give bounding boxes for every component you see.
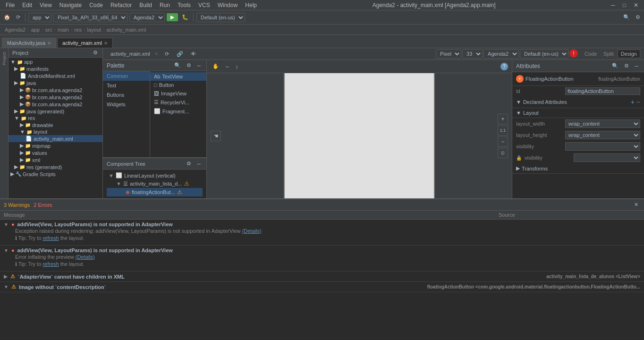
help-icon[interactable]: ?	[500, 63, 508, 70]
palette-category-text[interactable]: Text	[103, 81, 150, 90]
breadcrumb-item-2[interactable]: app	[31, 27, 40, 33]
palette-search-btn[interactable]: 🔍	[172, 61, 183, 69]
menu-help[interactable]: Help	[241, 1, 261, 9]
palette-settings-btn[interactable]: ⚙	[185, 61, 193, 69]
error-1-collapse[interactable]: ▼	[4, 222, 8, 227]
maximize-btn[interactable]: □	[619, 1, 630, 9]
zoom-out-btn[interactable]: −	[498, 136, 508, 147]
theme-dropdown[interactable]: Default (en-us)	[196, 13, 245, 22]
tree-item-layout[interactable]: ▼ 📁 layout	[8, 128, 102, 135]
palette-category-common[interactable]: Common	[103, 71, 150, 81]
run-button[interactable]: ▶	[167, 13, 178, 21]
id-attr-input[interactable]	[565, 87, 640, 95]
menu-navigate[interactable]: Navigate	[56, 1, 85, 9]
menu-view[interactable]: View	[36, 1, 56, 9]
error-1-main[interactable]: ▼ ● addView(View, LayoutParams) is not s…	[4, 221, 640, 227]
breadcrumb-item-1[interactable]: Agenda2	[5, 27, 25, 33]
menu-tools[interactable]: Tools	[174, 1, 195, 9]
breadcrumb-item-5[interactable]: res	[75, 27, 82, 33]
warning-1-main[interactable]: ▶ ⚠ `AdapterView` cannot have children i…	[4, 273, 640, 280]
tree-item-res[interactable]: ▼ 📁 res	[8, 115, 102, 121]
layout-section[interactable]: ▼ Layout	[512, 108, 644, 118]
tree-item-res-gen[interactable]: ▶ 📁 res (generated)	[8, 163, 102, 170]
attrs-search-btn[interactable]: 🔍	[610, 62, 620, 70]
move-tool-btn[interactable]: ↔	[223, 63, 232, 70]
tree-item-java-gen[interactable]: ▶ 📁 java (generated)	[8, 108, 102, 115]
palette-item-imageview[interactable]: 🖼 ImageView	[150, 89, 206, 98]
pixel-dropdown[interactable]: Pixel	[436, 49, 461, 59]
search-toolbar-btn[interactable]: 🔍	[621, 13, 632, 21]
visibility-select[interactable]: visible invisible gone	[565, 142, 640, 151]
layout-width-select[interactable]: wrap_content match_parent	[565, 119, 640, 128]
palette-item-textview[interactable]: Ab TextView	[150, 72, 206, 81]
minimize-btn[interactable]: ─	[607, 1, 619, 9]
visibility2-select[interactable]: visible	[574, 153, 640, 162]
cursor-tool-btn[interactable]: ☚	[211, 131, 221, 141]
warning-1-collapse[interactable]: ▶	[4, 274, 8, 279]
eye-btn[interactable]: 👁	[189, 50, 198, 58]
error-indicator[interactable]: !	[569, 49, 578, 58]
component-listview[interactable]: ▼ ☰ activity_main_lista_d... ⚠	[107, 179, 203, 188]
component-tree-settings[interactable]: ⚙	[185, 160, 193, 168]
error-2-main[interactable]: ▼ ● addView(View, LayoutParams) is not s…	[4, 247, 640, 253]
close-btn[interactable]: ✕	[630, 1, 642, 9]
project-dropdown[interactable]: Agenda2	[129, 13, 165, 22]
tree-item-values[interactable]: ▶ 📁 values	[8, 149, 102, 156]
transforms-section[interactable]: ▶ Transforms	[512, 163, 644, 174]
menu-run[interactable]: Run	[156, 1, 174, 9]
menu-refactor[interactable]: Refactor	[107, 1, 136, 9]
warning-2-main[interactable]: ▼ ⚠ Image without `contentDescription` f…	[4, 284, 640, 290]
project-settings-btn[interactable]: ⚙	[92, 50, 99, 56]
error-1-refresh-link[interactable]: refresh	[42, 235, 59, 241]
tree-item-pkg2[interactable]: ▶ 📦 br.com.alura.agenda2	[8, 94, 102, 101]
hand-tool-btn[interactable]: ✋	[211, 62, 221, 70]
component-linearlayout[interactable]: ▼ ⬜ LinearLayout (vertical)	[107, 171, 203, 179]
palette-item-button[interactable]: □ Button	[150, 81, 206, 89]
debug-button[interactable]: 🐛	[180, 13, 190, 21]
api-dropdown[interactable]: 33	[462, 49, 483, 59]
menu-edit[interactable]: Edit	[18, 1, 36, 9]
declared-add-btn[interactable]: +	[631, 98, 635, 106]
palette-category-buttons[interactable]: Buttons	[103, 90, 150, 100]
tab-mainactivity[interactable]: MainActivity.java ✕	[2, 38, 56, 48]
project-config-dropdown[interactable]: Agenda2	[483, 49, 519, 59]
code-mode-btn[interactable]: Code	[582, 50, 600, 58]
tree-item-app[interactable]: ▼ 📁 app	[8, 59, 102, 65]
attrs-close-btn[interactable]: ─	[633, 62, 640, 70]
breadcrumb-item-3[interactable]: src	[45, 27, 52, 33]
menu-build[interactable]: Build	[136, 1, 156, 9]
link-btn[interactable]: 🔗	[175, 50, 185, 58]
zoom-ratio-btn[interactable]: 1:1	[498, 125, 508, 136]
declared-remove-btn[interactable]: −	[636, 98, 640, 106]
settings-toolbar-btn[interactable]: ⚙	[634, 13, 642, 21]
tree-item-androidmanifest[interactable]: 📄 AndroidManifest.xml	[8, 72, 102, 79]
tree-item-pkg1[interactable]: ▶ 📦 br.com.alura.agenda2	[8, 86, 102, 94]
error-2-refresh-link[interactable]: refresh	[42, 261, 59, 267]
split-mode-btn[interactable]: Split	[601, 50, 616, 58]
tree-item-xml[interactable]: ▶ 📁 xml	[8, 156, 102, 163]
tree-item-activity-main[interactable]: 📄 activity_main.xml	[8, 135, 102, 142]
palette-item-recyclerview[interactable]: ☰ RecyclerVi...	[150, 98, 206, 107]
tab-activity-main[interactable]: activity_main.xml ✕	[57, 38, 113, 48]
breadcrumb-item-6[interactable]: layout	[87, 27, 101, 33]
tree-item-pkg3[interactable]: ▶ 📦 br.com.alura.agenda2	[8, 101, 102, 108]
breadcrumb-item-7[interactable]: activity_main.xml	[107, 27, 146, 33]
error-1-details-link[interactable]: (Details)	[242, 228, 262, 234]
zoom-in-btn[interactable]: +	[498, 114, 508, 124]
tree-item-java[interactable]: ▶ 📁 java	[8, 79, 102, 86]
palette-close-btn[interactable]: ─	[195, 61, 203, 69]
layout-height-select[interactable]: wrap_content match_parent	[565, 131, 640, 139]
tab-mainactivity-close[interactable]: ✕	[47, 41, 51, 46]
palette-item-fragment[interactable]: ⬜ Fragment...	[150, 107, 206, 116]
tree-item-drawable[interactable]: ▶ 📁 drawable	[8, 121, 102, 128]
tree-item-mipmap[interactable]: ▶ 📁 mipmap	[8, 142, 102, 149]
bottom-panel-close[interactable]: ✕	[632, 201, 640, 209]
design-canvas[interactable]: 📶 🔋 + + 1:1 −	[207, 73, 512, 198]
palette-category-widgets[interactable]: Widgets	[103, 100, 150, 109]
design-mode-btn[interactable]: Design	[618, 50, 640, 58]
sync-btn[interactable]: ⟳	[163, 50, 171, 58]
menu-code[interactable]: Code	[85, 1, 107, 9]
locale-dropdown[interactable]: Default (en-us)	[520, 49, 568, 59]
toolbar-sync[interactable]: ⟳	[14, 13, 22, 21]
error-2-details-link[interactable]: (Details)	[76, 254, 95, 260]
